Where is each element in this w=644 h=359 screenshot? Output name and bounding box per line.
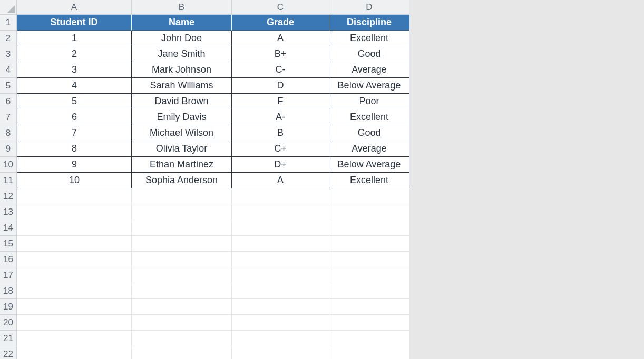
cell-A16[interactable] xyxy=(17,252,132,267)
row-header-14[interactable]: 14 xyxy=(0,220,17,236)
cell-D11[interactable]: Excellent xyxy=(329,173,409,188)
cell-B3[interactable]: Jane Smith xyxy=(132,46,232,62)
cell-D2[interactable]: Excellent xyxy=(329,31,409,46)
cell-B7[interactable]: Emily Davis xyxy=(132,109,232,125)
cell-B8[interactable]: Michael Wilson xyxy=(132,125,232,141)
cell-C4[interactable]: C- xyxy=(232,62,329,78)
cell-C10[interactable]: D+ xyxy=(232,157,329,173)
cell-A9[interactable]: 8 xyxy=(17,141,132,157)
cell-A17[interactable] xyxy=(17,267,132,283)
cell-C18[interactable] xyxy=(232,283,329,299)
cell-A5[interactable]: 4 xyxy=(17,78,132,94)
row-header-15[interactable]: 15 xyxy=(0,236,17,252)
cell-A21[interactable] xyxy=(17,331,132,346)
cell-D22[interactable] xyxy=(329,346,409,359)
cell-A4[interactable]: 3 xyxy=(17,62,132,78)
column-header-A[interactable]: A xyxy=(17,0,132,15)
cell-D13[interactable] xyxy=(329,204,409,220)
cell-A19[interactable] xyxy=(17,299,132,315)
cell-C1[interactable]: Grade xyxy=(232,15,329,31)
cell-B20[interactable] xyxy=(132,315,232,331)
cell-B19[interactable] xyxy=(132,299,232,315)
row-header-11[interactable]: 11 xyxy=(0,173,17,188)
cell-D6[interactable]: Poor xyxy=(329,94,409,109)
cell-A2[interactable]: 1 xyxy=(17,31,132,46)
cell-A15[interactable] xyxy=(17,236,132,252)
cell-D18[interactable] xyxy=(329,283,409,299)
cell-B17[interactable] xyxy=(132,267,232,283)
row-header-20[interactable]: 20 xyxy=(0,315,17,331)
cell-C19[interactable] xyxy=(232,299,329,315)
cell-C12[interactable] xyxy=(232,188,329,204)
cell-D9[interactable]: Average xyxy=(329,141,409,157)
cell-C22[interactable] xyxy=(232,346,329,359)
cell-A6[interactable]: 5 xyxy=(17,94,132,109)
spreadsheet-grid[interactable]: A B C D 1 Student ID Name Grade Discipli… xyxy=(0,0,409,359)
row-header-1[interactable]: 1 xyxy=(0,15,17,31)
cell-B6[interactable]: David Brown xyxy=(132,94,232,109)
cell-B22[interactable] xyxy=(132,346,232,359)
row-header-4[interactable]: 4 xyxy=(0,62,17,78)
cell-C20[interactable] xyxy=(232,315,329,331)
row-header-12[interactable]: 12 xyxy=(0,188,17,204)
row-header-7[interactable]: 7 xyxy=(0,109,17,125)
cell-A8[interactable]: 7 xyxy=(17,125,132,141)
row-header-10[interactable]: 10 xyxy=(0,157,17,173)
cell-C17[interactable] xyxy=(232,267,329,283)
cell-D1[interactable]: Discipline xyxy=(329,15,409,31)
cell-D3[interactable]: Good xyxy=(329,46,409,62)
cell-A13[interactable] xyxy=(17,204,132,220)
cell-A12[interactable] xyxy=(17,188,132,204)
cell-D5[interactable]: Below Average xyxy=(329,78,409,94)
cell-C2[interactable]: A xyxy=(232,31,329,46)
row-header-22[interactable]: 22 xyxy=(0,346,17,359)
cell-C5[interactable]: D xyxy=(232,78,329,94)
cell-C9[interactable]: C+ xyxy=(232,141,329,157)
cell-D21[interactable] xyxy=(329,331,409,346)
cell-D4[interactable]: Average xyxy=(329,62,409,78)
column-header-B[interactable]: B xyxy=(132,0,232,15)
cell-C3[interactable]: B+ xyxy=(232,46,329,62)
cell-D15[interactable] xyxy=(329,236,409,252)
cell-C11[interactable]: A xyxy=(232,173,329,188)
cell-B1[interactable]: Name xyxy=(132,15,232,31)
cell-B15[interactable] xyxy=(132,236,232,252)
row-header-19[interactable]: 19 xyxy=(0,299,17,315)
cell-B14[interactable] xyxy=(132,220,232,236)
row-header-16[interactable]: 16 xyxy=(0,252,17,267)
row-header-5[interactable]: 5 xyxy=(0,78,17,94)
cell-C8[interactable]: B xyxy=(232,125,329,141)
cell-B4[interactable]: Mark Johnson xyxy=(132,62,232,78)
cell-A20[interactable] xyxy=(17,315,132,331)
cell-B18[interactable] xyxy=(132,283,232,299)
cell-A7[interactable]: 6 xyxy=(17,109,132,125)
cell-B13[interactable] xyxy=(132,204,232,220)
cell-C14[interactable] xyxy=(232,220,329,236)
cell-A11[interactable]: 10 xyxy=(17,173,132,188)
column-header-D[interactable]: D xyxy=(329,0,409,15)
cell-C13[interactable] xyxy=(232,204,329,220)
cell-D8[interactable]: Good xyxy=(329,125,409,141)
cell-B10[interactable]: Ethan Martinez xyxy=(132,157,232,173)
cell-C16[interactable] xyxy=(232,252,329,267)
cell-A18[interactable] xyxy=(17,283,132,299)
row-header-6[interactable]: 6 xyxy=(0,94,17,109)
cell-B9[interactable]: Olivia Taylor xyxy=(132,141,232,157)
cell-D12[interactable] xyxy=(329,188,409,204)
cell-D19[interactable] xyxy=(329,299,409,315)
cell-B21[interactable] xyxy=(132,331,232,346)
cell-D16[interactable] xyxy=(329,252,409,267)
row-header-8[interactable]: 8 xyxy=(0,125,17,141)
cell-B5[interactable]: Sarah Williams xyxy=(132,78,232,94)
row-header-18[interactable]: 18 xyxy=(0,283,17,299)
cell-B16[interactable] xyxy=(132,252,232,267)
cell-A22[interactable] xyxy=(17,346,132,359)
cell-D17[interactable] xyxy=(329,267,409,283)
row-header-3[interactable]: 3 xyxy=(0,46,17,62)
column-header-C[interactable]: C xyxy=(232,0,329,15)
cell-C21[interactable] xyxy=(232,331,329,346)
row-header-9[interactable]: 9 xyxy=(0,141,17,157)
cell-A10[interactable]: 9 xyxy=(17,157,132,173)
cell-D20[interactable] xyxy=(329,315,409,331)
cell-B11[interactable]: Sophia Anderson xyxy=(132,173,232,188)
